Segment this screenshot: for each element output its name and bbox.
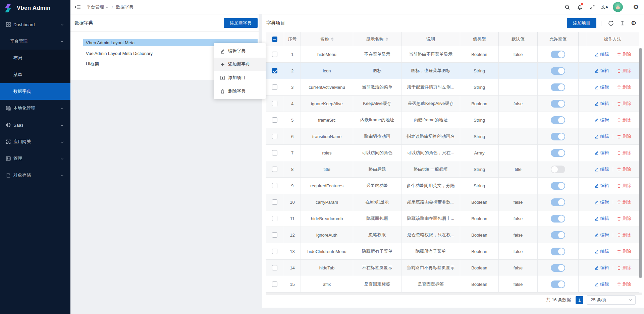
nullable-toggle[interactable] — [551, 182, 565, 190]
row-checkbox[interactable] — [272, 183, 277, 188]
row-checkbox[interactable] — [272, 68, 277, 73]
edit-row-button[interactable]: 编辑 — [594, 150, 609, 156]
delete-row-button[interactable]: 删除 — [617, 232, 631, 238]
nullable-toggle[interactable] — [551, 149, 565, 157]
row-height-icon[interactable] — [617, 18, 627, 28]
edit-row-button[interactable]: 编辑 — [594, 51, 609, 57]
delete-row-button[interactable]: 删除 — [617, 101, 631, 107]
row-checkbox[interactable] — [272, 117, 277, 123]
context-menu-item-添加项目[interactable]: 添加项目 — [214, 71, 266, 84]
breadcrumb-parent[interactable]: 平台管理 — [87, 4, 104, 10]
edit-row-button[interactable]: 编辑 — [594, 199, 609, 205]
delete-row-button[interactable]: 删除 — [617, 265, 631, 271]
sidebar-subitem-数据字典[interactable]: 数据字典 — [0, 83, 70, 100]
fullscreen-icon[interactable] — [586, 0, 598, 14]
row-checkbox[interactable] — [272, 249, 277, 254]
delete-row-button[interactable]: 删除 — [617, 84, 631, 90]
nullable-toggle[interactable] — [551, 83, 565, 91]
row-checkbox[interactable] — [272, 216, 277, 221]
sidebar-item-dashboard[interactable]: Dashboard — [0, 16, 70, 33]
nullable-toggle[interactable] — [551, 166, 565, 173]
row-checkbox[interactable] — [272, 101, 277, 106]
sidebar-item-管理[interactable]: 管理 — [0, 150, 70, 167]
nullable-toggle[interactable] — [551, 280, 565, 288]
edit-row-button[interactable]: 编辑 — [594, 117, 609, 123]
column-header-checkbox[interactable] — [266, 32, 284, 46]
bell-icon[interactable] — [574, 0, 586, 14]
add-dictionary-button[interactable]: 添加新字典 — [224, 18, 258, 28]
context-menu-label: 编辑字典 — [228, 48, 246, 54]
sort-icon[interactable] — [331, 37, 334, 41]
breadcrumb-current[interactable]: 数据字典 — [116, 4, 133, 10]
row-checkbox[interactable] — [272, 232, 277, 238]
row-checkbox[interactable] — [272, 167, 277, 172]
nullable-toggle[interactable] — [551, 231, 565, 239]
row-checkbox[interactable] — [272, 199, 277, 205]
delete-row-button[interactable]: 删除 — [617, 199, 631, 205]
nullable-toggle[interactable] — [551, 116, 565, 124]
edit-row-button[interactable]: 编辑 — [594, 215, 609, 222]
nullable-toggle[interactable] — [551, 248, 565, 255]
page-number-button[interactable]: 1 — [576, 296, 583, 304]
delete-row-button[interactable]: 删除 — [617, 183, 631, 189]
sidebar-item-本地化管理[interactable]: 本地化管理 — [0, 100, 70, 117]
nullable-toggle[interactable] — [551, 198, 565, 206]
add-item-button[interactable]: 添加项目 — [567, 18, 596, 28]
delete-row-button[interactable]: 删除 — [617, 68, 631, 74]
context-menu-item-删除字典[interactable]: 删除字典 — [214, 84, 266, 98]
sidebar-collapse-icon[interactable] — [74, 4, 81, 10]
delete-row-button[interactable]: 删除 — [617, 150, 631, 156]
sidebar-item-saas[interactable]: Saas — [0, 117, 70, 133]
delete-row-button[interactable]: 删除 — [617, 166, 631, 172]
edit-row-button[interactable]: 编辑 — [594, 183, 609, 189]
table-row-hideChildrenInMenu: 13hideChildrenInMenu隐藏所有子菜单隐藏所有子菜单Boolea… — [266, 243, 639, 260]
gear-icon[interactable]: ⚙ — [631, 0, 641, 14]
search-icon[interactable] — [561, 0, 574, 14]
sidebar-item-应用网关[interactable]: 应用网关 — [0, 133, 70, 150]
translate-icon[interactable]: 文A — [598, 0, 611, 14]
sort-icon[interactable] — [385, 37, 388, 41]
edit-row-button[interactable]: 编辑 — [594, 84, 609, 90]
row-checkbox[interactable] — [272, 265, 277, 270]
delete-row-button[interactable]: 删除 — [617, 215, 631, 222]
edit-row-button[interactable]: 编辑 — [594, 101, 609, 107]
refresh-icon[interactable] — [606, 18, 616, 28]
vertical-scrollbar[interactable] — [639, 48, 642, 278]
delete-row-button[interactable]: 删除 — [617, 117, 631, 123]
nullable-toggle[interactable] — [551, 133, 565, 140]
sidebar-subitem-布局[interactable]: 布局 — [0, 50, 70, 66]
context-menu-item-编辑字典[interactable]: 编辑字典 — [214, 44, 266, 58]
edit-row-button[interactable]: 编辑 — [594, 232, 609, 238]
delete-row-button[interactable]: 删除 — [617, 133, 631, 139]
sidebar-item-平台管理[interactable]: 平台管理 — [0, 33, 70, 50]
delete-row-button[interactable]: 删除 — [617, 281, 631, 287]
sidebar-subitem-菜单[interactable]: 菜单 — [0, 66, 70, 83]
edit-row-button[interactable]: 编辑 — [594, 248, 609, 254]
chevron-down-icon — [60, 124, 64, 127]
table-settings-gear-icon[interactable]: ⚙ — [629, 18, 639, 28]
app-logo[interactable]: Vben Admin — [0, 0, 70, 16]
nullable-toggle[interactable] — [551, 51, 565, 58]
nullable-toggle[interactable] — [551, 100, 565, 108]
avatar[interactable] — [613, 2, 623, 12]
nullable-toggle[interactable] — [551, 264, 565, 272]
nullable-toggle[interactable] — [551, 215, 565, 223]
row-checkbox[interactable] — [272, 150, 277, 155]
edit-row-button[interactable]: 编辑 — [594, 281, 609, 287]
page-size-select[interactable]: 25 条/页 — [587, 295, 636, 305]
row-checkbox[interactable] — [272, 281, 277, 287]
row-checkbox[interactable] — [272, 134, 277, 139]
row-checkbox[interactable] — [272, 84, 277, 90]
context-menu-item-添加新字典[interactable]: 添加新字典 — [214, 58, 266, 71]
select-all-checkbox[interactable] — [272, 37, 277, 42]
delete-row-button[interactable]: 删除 — [617, 248, 631, 254]
edit-row-button[interactable]: 编辑 — [594, 133, 609, 139]
delete-row-button[interactable]: 删除 — [617, 51, 631, 57]
row-checkbox[interactable] — [272, 52, 277, 57]
edit-row-button[interactable]: 编辑 — [594, 166, 609, 172]
nullable-toggle[interactable] — [551, 67, 565, 75]
edit-row-button[interactable]: 编辑 — [594, 265, 609, 271]
sidebar-item-对象存储[interactable]: 对象存储 — [0, 167, 70, 184]
sidebar-item-label: Saas — [13, 123, 23, 128]
edit-row-button[interactable]: 编辑 — [594, 68, 609, 74]
